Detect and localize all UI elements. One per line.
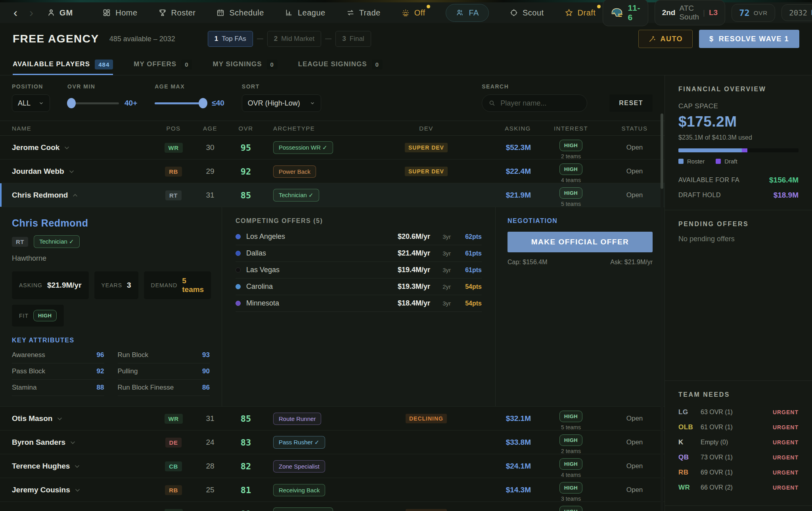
- team-record-pill[interactable]: 11-6: [603, 0, 648, 26]
- nav-free-agency[interactable]: FA: [446, 4, 488, 22]
- player-row-byron-sanders[interactable]: Byron SandersDE2483Pass Rusher ✓$33.8MHI…: [0, 430, 665, 454]
- auto-button[interactable]: AUTO: [638, 30, 693, 48]
- ovr-value: 83: [232, 438, 260, 448]
- wave-step-final[interactable]: 3 Final: [335, 31, 371, 47]
- column-header-pos[interactable]: POS: [159, 125, 188, 132]
- scrollbar-track[interactable]: [661, 113, 663, 511]
- cap-used-note: $235.1M of $410.3M used: [678, 134, 799, 141]
- star-icon: [565, 8, 573, 17]
- standing-pill[interactable]: 2nd ATC South | L3: [655, 0, 726, 25]
- need-position: RB: [678, 469, 701, 476]
- scrollbar-handle[interactable]: [661, 113, 663, 189]
- search-input[interactable]: [500, 99, 580, 108]
- attribute-row: Run Block Finesse86: [118, 380, 210, 396]
- chevron-down-icon[interactable]: [64, 146, 69, 150]
- nav-home[interactable]: Home: [102, 8, 137, 17]
- notification-dot: [427, 5, 430, 8]
- competing-offers-panel: COMPETING OFFERS (5) Los Angeles$20.6M/y…: [222, 207, 496, 406]
- reset-button[interactable]: RESET: [609, 94, 653, 112]
- free-agency-app: ‹ › GM Home Roster Schedule League: [0, 0, 812, 511]
- need-note: 73 OVR (1): [701, 454, 773, 461]
- age-value: 24: [188, 438, 232, 447]
- back-button[interactable]: ‹: [11, 7, 20, 19]
- forward-button[interactable]: ›: [27, 7, 36, 19]
- sort-select[interactable]: OVR (High-Low): [242, 94, 321, 112]
- chevron-down-icon[interactable]: [70, 441, 75, 444]
- need-note: 61 OVR (1): [701, 424, 773, 431]
- archetype-badge: Technician ✓: [273, 189, 319, 202]
- gm-menu[interactable]: GM: [47, 8, 73, 17]
- nav-offseason[interactable]: Off: [401, 8, 425, 17]
- interest-cell: HIGH5 teams: [537, 407, 605, 430]
- position-select[interactable]: ALL: [12, 94, 50, 112]
- tab-bar: AVAILABLE PLAYERS 484 MY OFFERS 0 MY SIG…: [0, 55, 812, 75]
- chevron-down-icon[interactable]: [75, 488, 80, 492]
- detail-position-badge: RT: [12, 237, 28, 247]
- tab-my-offers[interactable]: MY OFFERS 0: [134, 55, 192, 75]
- position-cell: RT: [159, 190, 188, 200]
- column-header-dev[interactable]: DEV: [379, 125, 474, 132]
- wave-connector: [325, 38, 331, 39]
- tab-available-players[interactable]: AVAILABLE PLAYERS 484: [13, 55, 113, 75]
- fin-row-label: AVAILABLE FOR FA: [678, 177, 739, 184]
- offer-points: 54pts: [451, 300, 482, 307]
- player-row-jourdan-webb[interactable]: Jourdan WebbRB2992Power BackSUPER DEV$22…: [0, 159, 665, 183]
- chevron-up-icon[interactable]: [73, 194, 78, 197]
- nav-roster[interactable]: Roster: [158, 8, 196, 17]
- slider-thumb[interactable]: [67, 98, 76, 108]
- table-header: NAME POS AGE OVR ARCHETYPE DEV ASKING IN…: [0, 121, 665, 136]
- team-ovr-pill[interactable]: 72 OVR: [732, 4, 775, 22]
- column-header-archetype[interactable]: ARCHETYPE: [260, 125, 379, 132]
- column-header-interest[interactable]: INTEREST: [537, 125, 605, 132]
- cap-space-value: $175.2M: [678, 113, 799, 130]
- nav-scout[interactable]: Scout: [509, 8, 544, 17]
- player-row-chris-redmond[interactable]: Chris RedmondRT3185Technician ✓$21.9MHIG…: [0, 183, 665, 207]
- chevron-down-icon[interactable]: [57, 417, 62, 421]
- nav-league[interactable]: League: [285, 8, 326, 17]
- tab-label: MY OFFERS: [134, 60, 176, 68]
- player-row-wendell-porter[interactable]: Wendell PorterWR3381Possession WR ✓DECLI…: [0, 502, 665, 511]
- tab-label: LEAGUE SIGNINGS: [298, 60, 367, 68]
- roster-swatch: [678, 159, 684, 164]
- tab-league-signings[interactable]: LEAGUE SIGNINGS 0: [298, 55, 383, 75]
- resolve-wave-button[interactable]: $ RESOLVE WAVE 1: [699, 30, 799, 48]
- attributes-column: Awareness96Pass Block92Stamina88: [12, 347, 104, 396]
- chip-label: ASKING: [19, 282, 42, 288]
- position-cell: DE: [159, 438, 188, 448]
- archetype-badge: Route Runner: [273, 413, 321, 425]
- fit-chip: FIT HIGH: [12, 305, 64, 327]
- column-header-ovr[interactable]: OVR: [232, 125, 260, 132]
- column-header-status[interactable]: STATUS: [605, 125, 665, 132]
- slider-thumb[interactable]: [199, 98, 207, 108]
- column-header-asking[interactable]: ASKING: [474, 125, 537, 132]
- detail-contract-chips: ASKING $21.9M/yr YEARS 3 DEMAND 5 teams: [12, 271, 210, 299]
- ovr-min-slider[interactable]: [67, 102, 119, 104]
- nav-draft[interactable]: Draft: [565, 8, 596, 17]
- offer-years: 3yr: [430, 300, 451, 307]
- chip-label: FIT: [19, 313, 29, 319]
- player-row-otis-mason[interactable]: Otis MasonWR3185Route RunnerDECLINING$32…: [0, 407, 665, 430]
- age-max-slider[interactable]: [155, 102, 206, 104]
- search-label: SEARCH: [482, 83, 587, 90]
- player-row-terence-hughes[interactable]: Terence HughesCB2882Zone Specialist$24.1…: [0, 454, 665, 478]
- attribute-label: Run Block: [118, 351, 148, 359]
- nav-draft-label: Draft: [578, 8, 596, 17]
- wave-connector: [257, 38, 263, 39]
- chevron-down-icon[interactable]: [75, 465, 80, 468]
- offer-points: 61pts: [451, 250, 482, 257]
- nav-schedule[interactable]: Schedule: [216, 8, 264, 17]
- column-header-name[interactable]: NAME: [0, 125, 159, 132]
- tab-my-signings[interactable]: MY SIGNINGS 0: [213, 55, 277, 75]
- nav-trade[interactable]: Trade: [346, 8, 381, 17]
- make-official-offer-button[interactable]: MAKE OFFICIAL OFFER: [508, 232, 653, 252]
- column-header-age[interactable]: AGE: [188, 125, 232, 132]
- player-row-jeremy-cousins[interactable]: Jeremy CousinsRB2581Receiving Back$14.3M…: [0, 478, 665, 502]
- wave-step-top-fas[interactable]: 1 Top FAs: [208, 31, 253, 47]
- player-row-jerome-cook[interactable]: Jerome CookWR3095Possession WR ✓SUPER DE…: [0, 136, 665, 159]
- chevron-down-icon[interactable]: [69, 170, 74, 173]
- team-needs-title: TEAM NEEDS: [678, 391, 799, 398]
- season-pill[interactable]: 2032 FA: [781, 4, 812, 21]
- wave-step-mid-market[interactable]: 2 Mid Market: [267, 31, 322, 47]
- team-dot-icon: [236, 301, 241, 306]
- offer-points: 61pts: [451, 267, 482, 274]
